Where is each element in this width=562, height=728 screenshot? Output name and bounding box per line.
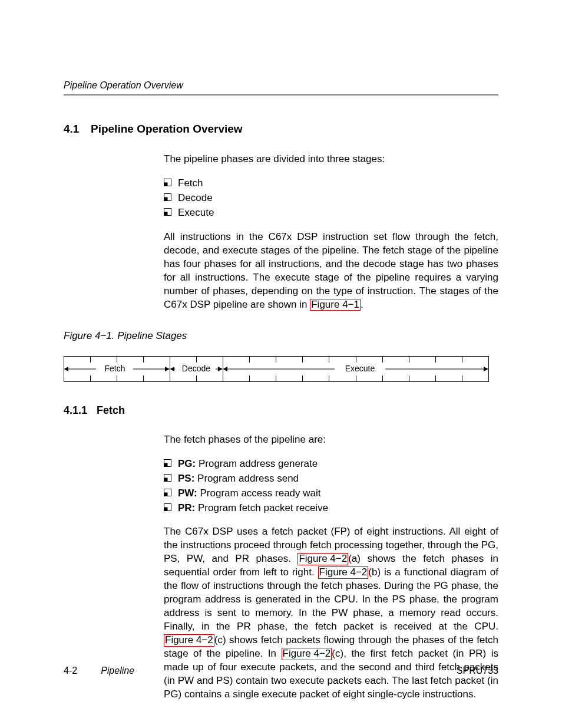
svg-rect-52 — [164, 492, 168, 496]
stage-list: Fetch Decode Execute — [164, 177, 498, 220]
figure-link[interactable]: Figure 4−2 — [297, 553, 348, 565]
section-title: Pipeline Operation Overview — [91, 123, 243, 135]
phase-code: PW: — [178, 487, 197, 499]
page-footer: 4-2 Pipeline SPRU733 — [64, 664, 498, 677]
svg-marker-42 — [218, 367, 223, 371]
svg-marker-41 — [170, 367, 175, 371]
bullet-icon — [164, 472, 178, 482]
diagram-label-fetch: Fetch — [104, 364, 125, 373]
bullet-icon — [164, 457, 178, 467]
list-label: PR: Program fetch packet receive — [178, 502, 328, 515]
running-header: Pipeline Operation Overview — [64, 79, 498, 92]
svg-marker-46 — [484, 367, 488, 371]
diagram-label-decode: Decode — [182, 364, 210, 373]
phase-desc: Program fetch packet receive — [195, 502, 328, 513]
text: All instructions in the C67x DSP instruc… — [164, 231, 498, 310]
svg-rect-54 — [164, 507, 168, 510]
subsection-number: 4.1.1 — [64, 403, 97, 417]
phase-code: PS: — [178, 473, 194, 484]
doc-number: SPRU733 — [457, 664, 498, 677]
svg-marker-38 — [165, 367, 170, 371]
list-item: Execute — [164, 206, 498, 220]
section-paragraph: All instructions in the C67x DSP instruc… — [164, 230, 498, 312]
figure-link[interactable]: Figure 4−2 — [318, 566, 369, 579]
list-item: PW: Program access ready wait — [164, 487, 498, 500]
figure-link[interactable]: Figure 4−1 — [310, 299, 361, 311]
page-number: 4-2 — [64, 664, 77, 677]
svg-rect-3 — [164, 197, 168, 201]
bullet-icon — [164, 177, 178, 186]
bullet-icon — [164, 192, 178, 201]
phase-code: PG: — [178, 458, 196, 469]
list-label: Fetch — [178, 177, 203, 190]
phase-desc: Program address generate — [196, 458, 318, 469]
svg-rect-50 — [164, 477, 168, 481]
bullet-icon — [164, 487, 178, 496]
list-label: PW: Program access ready wait — [178, 487, 321, 500]
list-item: PR: Program fetch packet receive — [164, 502, 498, 515]
phase-desc: Program access ready wait — [197, 487, 321, 499]
section-number: 4.1 — [64, 121, 91, 137]
subsection-heading: 4.1.1Fetch — [64, 403, 498, 417]
subsection-title: Fetch — [97, 404, 125, 416]
list-item: Fetch — [164, 177, 498, 190]
list-label: Decode — [178, 192, 213, 205]
list-label: PS: Program address send — [178, 472, 299, 486]
svg-marker-45 — [223, 367, 228, 371]
section-intro: The pipeline phases are divided into thr… — [164, 153, 498, 166]
list-item: PG: Program address generate — [164, 457, 498, 471]
phase-desc: Program address send — [194, 473, 299, 484]
phase-list: PG: Program address generate PS: Program… — [164, 457, 498, 515]
list-item: PS: Program address send — [164, 472, 498, 486]
svg-rect-1 — [164, 183, 168, 186]
svg-rect-5 — [164, 212, 168, 216]
list-label: PG: Program address generate — [178, 457, 318, 471]
chapter-name: Pipeline — [101, 664, 134, 677]
list-item: Decode — [164, 192, 498, 205]
text: . — [361, 299, 363, 310]
figure-link[interactable]: Figure 4−2 — [164, 634, 214, 647]
bullet-icon — [164, 206, 178, 216]
list-label: Execute — [178, 206, 214, 220]
pipeline-stages-diagram: Fetch Decode Execute — [64, 356, 498, 386]
figure-caption: Figure 4−1. Pipeline Stages — [64, 330, 498, 343]
svg-marker-37 — [64, 367, 69, 371]
phase-code: PR: — [178, 502, 195, 513]
figure-link[interactable]: Figure 4−2 — [282, 648, 332, 660]
subsection-intro: The fetch phases of the pipeline are: — [164, 433, 498, 447]
section-heading: 4.1Pipeline Operation Overview — [64, 121, 498, 137]
svg-rect-48 — [164, 463, 168, 466]
header-rule — [64, 94, 498, 95]
bullet-icon — [164, 502, 178, 511]
diagram-label-execute: Execute — [345, 364, 375, 373]
page: Pipeline Operation Overview 4.1Pipeline … — [0, 0, 562, 728]
